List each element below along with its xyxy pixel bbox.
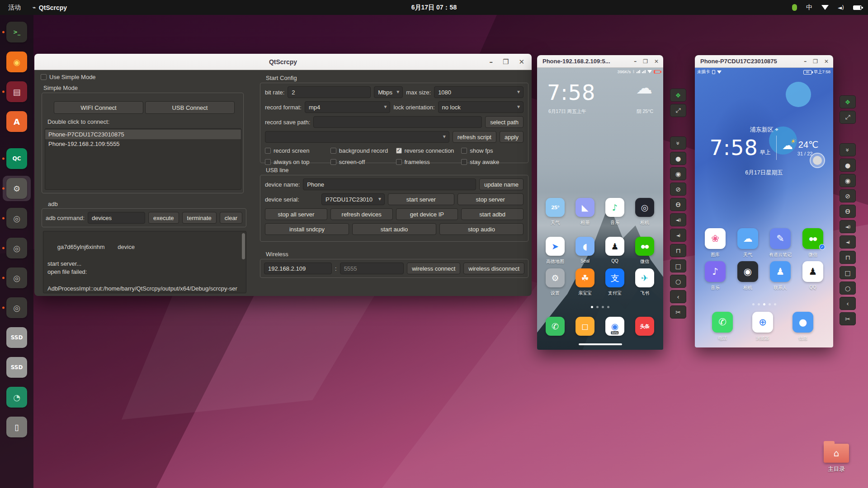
fullscreen-button[interactable]: ⤢ (670, 104, 686, 117)
dock-device-3[interactable]: ◎ (3, 265, 31, 291)
app-qq[interactable]: ♟ QQ (797, 261, 829, 291)
use-simple-mode-checkbox[interactable]: Use Simple Mode (41, 74, 96, 80)
apply-button[interactable]: apply (500, 131, 524, 143)
start-server-button[interactable]: start server (388, 193, 454, 205)
screen-on-button[interactable]: ◉ (840, 174, 856, 187)
screen-off-button[interactable]: ⊘ (840, 189, 856, 202)
battery-icon[interactable] (853, 5, 862, 10)
record-format-select[interactable]: mp4 (305, 101, 391, 113)
record-save-path-input[interactable] (313, 116, 482, 128)
power-button[interactable]: Ѳ (670, 198, 686, 211)
fullscreen-button[interactable]: ⤢ (840, 111, 856, 124)
config-checkbox[interactable]: background record (330, 147, 393, 154)
wireless-disconnect-button[interactable]: wireless disconnect (463, 263, 524, 274)
app-music[interactable]: ♪ 音乐 (600, 198, 630, 226)
power-button[interactable]: Ѳ (840, 205, 856, 218)
app-phone-call[interactable]: ✆ 电话 (706, 312, 739, 342)
wifi-icon[interactable] (821, 5, 829, 10)
focused-app-menu[interactable]: ⌁ QtScrcpy (33, 4, 67, 11)
notification-expand-button[interactable]: » (840, 143, 856, 156)
screen-off-button[interactable]: ⊘ (670, 183, 686, 196)
app-youdao-note[interactable]: ✎ 有道云笔记 (764, 228, 797, 258)
clock-calendar-button[interactable]: 6月17日 07：58 (411, 4, 457, 12)
dock-globe-app[interactable]: ◔ (3, 385, 31, 410)
app-alipay[interactable]: 支 支付宝 (600, 268, 630, 296)
device-list-item[interactable]: Phone-P7CDU17C23010875 (45, 130, 241, 139)
app-qq[interactable]: ♟ QQ (600, 237, 630, 265)
app-browser[interactable]: ⊕ 浏览器 (746, 312, 779, 342)
group-control-button[interactable]: ❖ (840, 95, 856, 108)
app-music[interactable]: ♪ 音乐 (699, 261, 731, 291)
refresh-script-button[interactable]: refresh script (453, 131, 496, 143)
menu-button[interactable]: □ (670, 259, 686, 272)
config-checkbox[interactable]: always on top (265, 159, 327, 165)
volume-up-button[interactable]: ◄)) (840, 220, 856, 233)
dock-settings[interactable]: ⚙ (3, 176, 31, 201)
volume-down-button[interactable]: ◄) (670, 229, 686, 242)
start-audio-button[interactable]: start audio (352, 223, 436, 235)
app-camera[interactable]: ◎ 相机 (630, 198, 660, 226)
config-checkbox[interactable]: reverse connection (396, 147, 458, 154)
select-path-button[interactable]: select path (485, 116, 524, 128)
app-seal[interactable]: ◖ Seal (570, 237, 600, 265)
app-weather[interactable]: 25° 天气 (540, 198, 570, 226)
install-sndcpy-button[interactable]: install sndcpy (265, 223, 349, 235)
config-checkbox[interactable]: show fps (461, 147, 524, 154)
app-messages[interactable]: ◻ (570, 317, 600, 336)
dock-ssd-drive-2[interactable]: SSD (3, 355, 31, 380)
maximize-button[interactable]: ❐ (643, 58, 648, 65)
app-qinbaobao[interactable]: ☘ 亲宝宝 (570, 268, 600, 296)
app-gallery[interactable]: ◣ 相册 (570, 198, 600, 226)
max-size-select[interactable]: 1080 (434, 86, 524, 98)
wifi-connect-button[interactable]: WIFI Connect (54, 101, 143, 114)
stop-audio-button[interactable]: stop audio (439, 223, 524, 235)
home-indicator-bar[interactable] (579, 343, 622, 345)
scrollbar-thumb[interactable] (242, 233, 245, 259)
notification-expand-button[interactable]: » (670, 136, 686, 150)
wireless-connect-button[interactable]: wireless connect (407, 263, 460, 274)
dock-device-2[interactable]: ◎ (3, 235, 31, 261)
adb-command-input[interactable]: devices (88, 212, 145, 224)
group-control-button[interactable]: ❖ (670, 89, 686, 102)
config-checkbox[interactable]: frameless (396, 159, 458, 165)
update-name-button[interactable]: update name (479, 178, 524, 190)
terminate-button[interactable]: terminate (182, 212, 217, 224)
dock-tablet-device[interactable]: ▯ (3, 414, 31, 440)
get-device-ip-button[interactable]: get device IP (396, 208, 458, 220)
script-select[interactable] (265, 131, 449, 143)
app-feishu[interactable]: ✈ 飞书 (630, 268, 660, 296)
device-list[interactable]: Phone-P7CDU17C23010875 Phone-192.168.2.1… (45, 128, 241, 190)
app-phone-call[interactable]: ✆ (540, 317, 570, 336)
screen-on-button[interactable]: ◉ (670, 167, 686, 180)
back-button[interactable]: ‹ (840, 297, 856, 310)
app-weather[interactable]: ☁ 天气 (731, 228, 764, 258)
bit-rate-input[interactable]: 2 (288, 86, 371, 98)
app-switch-button[interactable]: ⊓ (670, 244, 686, 257)
home-button[interactable]: ○ (840, 282, 856, 295)
app-gallery[interactable]: ❀ 图库 (699, 228, 731, 258)
volume-icon[interactable]: ◄) (838, 5, 844, 11)
app-wechat[interactable]: ●●✓ 微信 (797, 228, 829, 258)
dock-ssd-drive-1[interactable]: SSD (3, 325, 31, 350)
app-toutiao[interactable]: 头条 (630, 317, 660, 336)
recording-indicator-icon[interactable] (792, 4, 797, 11)
minimize-button[interactable]: – (489, 58, 493, 66)
minimize-button[interactable]: – (634, 58, 637, 65)
config-checkbox[interactable]: screen-off (330, 159, 393, 165)
menu-button[interactable]: □ (840, 266, 856, 279)
dock-terminal[interactable]: >_ (3, 19, 31, 45)
app-camera[interactable]: ◉ 相机 (731, 261, 764, 291)
close-button[interactable]: ✕ (519, 58, 524, 66)
qtscrcpy-titlebar[interactable]: QtScrcpy – ❐ ✕ (34, 54, 532, 70)
adb-log-output[interactable]: ga7d65ylnj6xinhm device start server... … (43, 231, 246, 293)
phone2-titlebar[interactable]: Phone-P7CDU17C23010875 – ❐ ✕ (695, 55, 833, 68)
touch-button[interactable]: ● (670, 152, 686, 165)
activities-button[interactable]: 活动 (8, 4, 21, 12)
phone2-screen[interactable]: 未插卡 90 早上7:58 浦东新区 ⌖ 7:58 早上 ☀☁ 24℃ (695, 68, 833, 347)
back-button[interactable]: ‹ (670, 290, 686, 303)
dock-files-red[interactable]: ▤ (3, 79, 31, 104)
dock-qtcreator[interactable]: QC (3, 146, 31, 171)
app-chrome-beta[interactable]: ◉Beta (600, 317, 630, 336)
dock-show-applications[interactable] (3, 457, 31, 483)
dock-device-1[interactable]: ◎ (3, 206, 31, 231)
